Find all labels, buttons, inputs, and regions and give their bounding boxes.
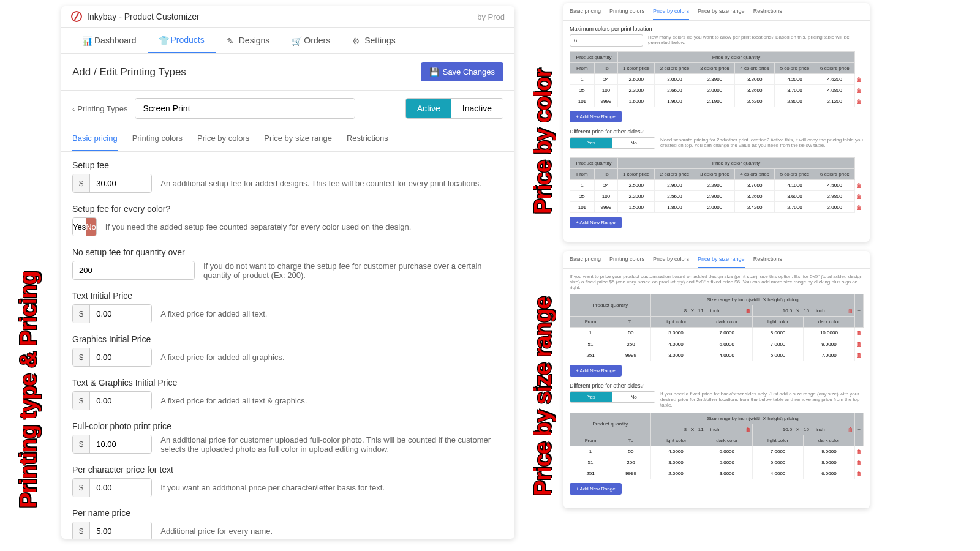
toggle-no-setup_every_color[interactable]: No	[86, 218, 96, 236]
status-active-button[interactable]: Active	[406, 99, 451, 118]
tab-restrictions[interactable]: Restrictions	[347, 126, 388, 151]
input-per_char[interactable]	[90, 479, 151, 497]
delete-row-icon[interactable]: 🗑	[856, 182, 862, 189]
delete-range-icon[interactable]: 🗑	[848, 308, 853, 314]
prefix-text_initial: $	[73, 305, 90, 323]
table-row: 512503.00005.00006.00008.0000🗑	[570, 457, 864, 468]
input-setup_fee[interactable]	[90, 174, 151, 192]
toggle-yes-setup_every_color[interactable]: Yes	[73, 218, 86, 236]
section-label-pbc: Price by color	[530, 31, 556, 214]
delete-range-icon[interactable]: 🗑	[848, 427, 853, 433]
pbc-add-range-2[interactable]: + Add New Range	[570, 217, 622, 228]
pbc-table: Product quantityPrice by color quantityF…	[570, 51, 864, 107]
pbc-tab-basic[interactable]: Basic pricing	[570, 3, 601, 20]
pbs-diff-yes[interactable]: Yes	[570, 392, 612, 402]
delete-row-icon[interactable]: 🗑	[856, 352, 862, 358]
delete-row-icon[interactable]: 🗑	[856, 88, 862, 94]
nav-products[interactable]: 👕Products	[148, 28, 216, 53]
delete-row-icon[interactable]: 🗑	[856, 341, 862, 347]
input-group-setup_fee: $	[72, 174, 152, 193]
delete-row-icon[interactable]: 🗑	[856, 449, 862, 455]
app-header: Inkybay - Product Customizer by Prod	[61, 6, 514, 28]
pbs-tab-basic[interactable]: Basic pricing	[570, 251, 601, 268]
pricing-tabs: Basic pricing Printing colors Price by c…	[61, 126, 514, 152]
tab-printing-colors[interactable]: Printing colors	[132, 126, 183, 151]
delete-row-icon[interactable]: 🗑	[856, 471, 862, 477]
label-photo_price: Full-color photo print price	[72, 421, 503, 431]
pbc-tab-restrictions[interactable]: Restrictions	[753, 3, 782, 20]
status-inactive-button[interactable]: Inactive	[451, 99, 503, 118]
table-row: 251002.20002.56002.90003.26003.60003.980…	[570, 191, 864, 202]
delete-row-icon[interactable]: 🗑	[856, 77, 862, 83]
pbc-tab-bysize[interactable]: Price by size range	[698, 3, 745, 20]
pbc-diff-no[interactable]: No	[612, 138, 655, 148]
delete-row-icon[interactable]: 🗑	[856, 99, 862, 105]
prefix-graphics_initial: $	[73, 348, 90, 366]
pbc-add-range-1[interactable]: + Add New Range	[570, 111, 622, 122]
qty-header: Product quantity	[570, 52, 618, 63]
pbs-tab-restrictions[interactable]: Restrictions	[753, 251, 782, 268]
input-group-text_initial: $	[72, 304, 152, 323]
delete-row-icon[interactable]: 🗑	[856, 193, 862, 200]
add-size-range-button[interactable]: +	[855, 413, 864, 446]
input-text_initial[interactable]	[90, 305, 151, 323]
desc-photo_price: An additional price for customer uploade…	[160, 435, 503, 454]
designs-icon: ✎	[227, 36, 235, 45]
pbs-add-range-1[interactable]: + Add New Range	[570, 365, 622, 377]
price-by-color-panel: Basic pricing Printing colors Price by c…	[564, 3, 870, 242]
pbc-diff-toggle: Yes No	[570, 137, 655, 149]
breadcrumb-back[interactable]: ‹Printing Types	[72, 104, 127, 113]
delete-range-icon[interactable]: 🗑	[745, 427, 751, 433]
pbs-tabs: Basic pricing Printing colors Price by c…	[564, 251, 870, 269]
nav-settings[interactable]: ⚙Settings	[341, 28, 407, 53]
table-row: 512504.00006.00007.00009.0000🗑	[570, 339, 864, 350]
label-setup_fee: Setup fee	[72, 160, 503, 170]
pbc-tab-colors[interactable]: Printing colors	[609, 3, 644, 20]
input-tg_initial[interactable]	[90, 392, 151, 410]
app-byline: by Prod	[477, 12, 505, 21]
chevron-left-icon: ‹	[72, 104, 75, 113]
nav-designs[interactable]: ✎Designs	[216, 28, 281, 53]
pbs-tab-bycolors[interactable]: Price by colors	[653, 251, 689, 268]
pbc-diff-desc: Need separate pricing for 2nd/other prin…	[660, 137, 864, 148]
nav-dashboard[interactable]: 📊Dashboard	[71, 28, 148, 53]
pbc-diff-yes[interactable]: Yes	[570, 138, 612, 148]
label-text_initial: Text Initial Price	[72, 291, 503, 301]
input-photo_price[interactable]	[90, 435, 151, 453]
pbs-add-range-2[interactable]: + Add New Range	[570, 483, 622, 495]
printing-type-name-input[interactable]	[135, 98, 355, 119]
pbc-tab-bycolors[interactable]: Price by colors	[653, 3, 689, 20]
pbs-tab-colors[interactable]: Printing colors	[609, 251, 644, 268]
label-graphics_initial: Graphics Initial Price	[72, 334, 503, 344]
delete-row-icon[interactable]: 🗑	[856, 204, 862, 211]
max-colors-input[interactable]	[570, 34, 643, 47]
input-per_name[interactable]	[90, 522, 151, 539]
add-size-range-button[interactable]: +	[855, 294, 864, 328]
color-qty-header: Price by color quantity	[618, 158, 855, 169]
max-colors-desc: How many colors do you want to allow per…	[648, 34, 864, 45]
qty-header: Product quantity	[570, 158, 618, 169]
delete-row-icon[interactable]: 🗑	[856, 460, 862, 466]
color-qty-header: Price by color quantity	[618, 52, 855, 63]
save-button[interactable]: 💾Save Changes	[421, 62, 503, 81]
tab-price-by-size[interactable]: Price by size range	[264, 126, 332, 151]
input-group-tg_initial: $	[72, 391, 152, 410]
pbs-table: Product quantitySize range by inch (widt…	[570, 413, 864, 480]
pbs-tab-bysize[interactable]: Price by size range	[698, 251, 745, 268]
app-logo-icon	[71, 11, 82, 22]
tab-price-by-colors[interactable]: Price by colors	[197, 126, 249, 151]
delete-row-icon[interactable]: 🗑	[856, 330, 862, 336]
input-graphics_initial[interactable]	[90, 348, 151, 366]
delete-range-icon[interactable]: 🗑	[745, 308, 751, 314]
label-setup_every_color: Setup fee for every color?	[72, 204, 503, 214]
desc-tg_initial: A fixed price for added all text & graph…	[160, 396, 503, 405]
nav-orders[interactable]: 🛒Orders	[281, 28, 341, 53]
pbs-diff-desc: If you need a fixed price for back/other…	[660, 391, 864, 408]
table-row: 25199993.00004.00005.00007.0000🗑	[570, 350, 864, 361]
sub-header: ‹Printing Types Active Inactive	[61, 91, 514, 126]
pbc-table: Product quantityPrice by color quantityF…	[570, 157, 864, 213]
tab-basic-pricing[interactable]: Basic pricing	[72, 126, 118, 151]
field-setup_every_color: Setup fee for every color?YesNoIf you ne…	[72, 204, 503, 236]
input-no_setup_over[interactable]	[72, 261, 195, 280]
pbs-diff-no[interactable]: No	[612, 392, 655, 402]
